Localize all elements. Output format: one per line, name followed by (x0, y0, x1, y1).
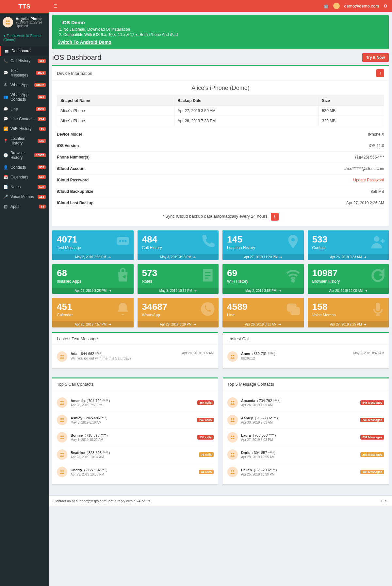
stat-card-call-history[interactable]: 484Call HistoryMay 3, 2019 3:15 PM ➜ (138, 230, 219, 260)
info-key: Phone Number(s) (57, 155, 90, 159)
call-row[interactable]: Anne（860-731-****） 00:36:12 May 2, 2019 … (227, 349, 384, 364)
brand-logo[interactable]: TTS (0, 0, 49, 13)
svg-point-29 (60, 470, 62, 472)
contact-phone: （202-330-****） (253, 416, 280, 420)
contact-row[interactable]: Laura（708-558-****）Apr 27, 2019 8:03 PM6… (227, 429, 384, 446)
contact-row[interactable]: Hellen（626-203-****）Apr 25, 2019 10:39 P… (227, 463, 384, 480)
stat-card-wifi-history[interactable]: 69WiFi HistoryMay 2, 2019 3:58 PM ➜ (222, 264, 304, 294)
message-text: Will you go out with me this Saturday? (71, 356, 179, 360)
stat-card-whatsapp[interactable]: 34687WhatsAppApr 29, 2019 3:29 PM ➜ (138, 298, 219, 327)
svg-point-30 (62, 470, 64, 472)
stat-card-text-message[interactable]: 4071Text MessageMay 2, 2019 7:53 PM ➜ (52, 230, 134, 260)
panel-title: Top 5 Message Contacts (227, 382, 274, 387)
contact-phone: （712-773-****） (82, 468, 109, 472)
device-selector[interactable]: Angel's iPhone 2019/5/4 11:29:24 Updated (0, 13, 49, 31)
contact-row[interactable]: Amanda（704-792-****）Apr 26, 2019 1:09 AM… (227, 394, 384, 411)
info-row: iCloud Accountalice******@icloud.com (57, 163, 384, 175)
cell: Apr 27, 2019 3:59 AM (174, 106, 318, 116)
table-row[interactable]: Alice's iPhoneApr 27, 2019 3:59 AM530 MB (57, 106, 384, 116)
user-email[interactable]: demo@demo.com (344, 4, 379, 8)
info-key: Device Model (57, 132, 82, 137)
contact-row[interactable]: Ashley（202-330-****）Apr 30, 2019 7:03 AM… (227, 411, 384, 429)
stat-card-location-history[interactable]: 145Location HistoryApr 27, 2019 11:20 PM… (222, 230, 304, 260)
nav-badge: 34687 (34, 83, 46, 87)
info-row: iCloud PasswordUpdate Password (57, 175, 384, 186)
nav-item-whatsapp-contacts[interactable]: 👥WhatsApp Contacts341 (0, 90, 49, 104)
info-value: alice******@icloud.com (344, 166, 384, 171)
nav-item-wifi-history[interactable]: 📶WiFi History69 (0, 124, 49, 134)
nav-badge: 4071 (36, 71, 46, 75)
sync-info-button[interactable]: ! (271, 213, 279, 221)
note-icon: 📄 (3, 185, 8, 189)
info-key: iOS Version (57, 143, 79, 148)
message-time: Apr 28, 2019 9:05 AM (182, 351, 214, 355)
table-row[interactable]: Alice's iPhoneApr 26, 2019 7:33 PM329 MB (57, 116, 384, 126)
contact-phone: （304-857-****） (250, 451, 277, 455)
switch-demo-link[interactable]: Switch To Android Demo (57, 40, 111, 45)
nav-item-notes[interactable]: 📄Notes573 (0, 182, 49, 192)
nav-item-browser-history[interactable]: 🕑Browser History10987 (0, 148, 49, 162)
stat-card-calendar[interactable]: 451CalendarApr 26, 2019 7:57 PM ➜ (52, 298, 134, 327)
menu-toggle-icon[interactable]: ☰ (54, 4, 57, 8)
info-row: iOS VersioniOS 11.0 (57, 140, 384, 152)
nav-badge: 68 (39, 205, 46, 209)
device-updated: 2019/5/4 11:29:24 Updated (16, 21, 46, 28)
stat-timestamp: Apr 29, 2019 3:29 PM ➜ (138, 321, 219, 327)
nav-item-line[interactable]: 💬Line4589 (0, 104, 49, 114)
info-icon-button[interactable]: ! (376, 69, 384, 77)
avatar-icon (57, 397, 67, 408)
try-it-button[interactable]: Try It Now (362, 53, 389, 62)
nav-item-dashboard[interactable]: ▦Dashboard (0, 46, 49, 56)
svg-point-5 (124, 240, 126, 242)
nav-item-apps[interactable]: ▤Apps68 (0, 202, 49, 211)
demo-banner: iOS Demo No Jailbreak, Download Or Insta… (52, 15, 389, 49)
nav-item-location-history[interactable]: 📍Location History145 (0, 134, 49, 148)
count-badge: 742 Messages (360, 418, 384, 422)
info-row: iCloud Last BackupApr 27, 2019 2:26 AM (57, 197, 384, 209)
stat-card-installed-apps[interactable]: 68Installed AppsApr 27, 2019 8:28 PM ➜ (52, 264, 134, 294)
contact-row[interactable]: Doris（304-857-****）Apr 29, 2019 10:55 AM… (227, 446, 384, 463)
stat-card-contact[interactable]: 533ContactApr 26, 2019 9:33 AM ➜ (308, 230, 389, 260)
nav-item-call-history[interactable]: 📞Call History484 (0, 56, 49, 66)
stat-timestamp: Apr 26, 2019 9:33 AM ➜ (308, 254, 389, 260)
stat-card-line[interactable]: 4589LineApr 26, 2019 3:31 AM ➜ (222, 298, 304, 327)
device-info-panel: Device Information ! Alice's iPhone (Dem… (52, 65, 389, 226)
settings-icon[interactable]: ⚙ (384, 4, 387, 8)
contact-row[interactable]: Cherry（712-773-****）Apr 29, 2019 10:30 P… (57, 463, 214, 480)
nav-item-line-contacts[interactable]: 💬Line Contacts214 (0, 114, 49, 124)
contact-time: Apr 25, 2019 10:39 PM (241, 473, 357, 476)
nav-item-voice-memos[interactable]: 🎤Voice Memos158 (0, 192, 49, 202)
contact-row[interactable]: Ashley（202-330-****）May 3, 2019 6:19 AM2… (57, 411, 214, 429)
nav-label: Apps (10, 204, 19, 209)
page-title: iOS Dashboard (52, 53, 101, 62)
contact-phone: （626-203-****） (252, 468, 279, 472)
svg-point-18 (62, 355, 64, 357)
pin-icon (285, 234, 301, 251)
stat-card-voice-memos[interactable]: 158Voice MemosApr 27, 2019 2:25 PM ➜ (308, 298, 389, 327)
contact-row[interactable]: Amanda（704-792-****）Apr 28, 2019 7:59 PM… (57, 394, 214, 411)
user-avatar-icon[interactable] (333, 3, 340, 9)
update-password-link[interactable]: Update Password (353, 178, 384, 182)
android-icon[interactable]: 🤖 (323, 4, 329, 8)
contact-time: Apr 29, 2019 10:55 AM (241, 455, 357, 459)
stat-card-notes[interactable]: 573NotesMay 3, 2019 10:37 PM ➜ (138, 264, 219, 294)
nav-item-text-messages[interactable]: 💬Text Messages4071 (0, 66, 49, 80)
demo-device-link[interactable]: Tom's Android Phone (Demo) (0, 31, 49, 44)
svg-rect-15 (290, 307, 300, 315)
stat-timestamp: May 3, 2019 10:37 PM ➜ (138, 288, 219, 294)
stat-card-browser-history[interactable]: 10987Browser HistoryApr 28, 2019 12:00 A… (308, 264, 389, 294)
contact-row[interactable]: Beatrice（323-605-****）Apr 28, 2019 10:04… (57, 446, 214, 463)
svg-point-22 (62, 401, 64, 403)
sidebar: TTS Angel's iPhone 2019/5/4 11:29:24 Upd… (0, 0, 49, 586)
svg-rect-16 (376, 303, 380, 311)
nav-item-contacts[interactable]: 👤Contacts533 (0, 162, 49, 172)
message-row[interactable]: Ada（644-662-****） Will you go out with m… (57, 349, 214, 364)
contact-row[interactable]: Bonnie（718-895-****）May 1, 2019 10:22 AM… (57, 429, 214, 446)
contact-phone: （202-330-****） (82, 416, 109, 420)
mic-icon: 🎤 (3, 194, 8, 199)
note-icon (200, 267, 216, 285)
nav-item-calendars[interactable]: 📅Calendars541 (0, 172, 49, 182)
svg-point-19 (231, 355, 233, 357)
nav-label: Text Messages (10, 68, 36, 77)
nav-item-whatsapp[interactable]: ✆WhatsApp34687 (0, 80, 49, 90)
